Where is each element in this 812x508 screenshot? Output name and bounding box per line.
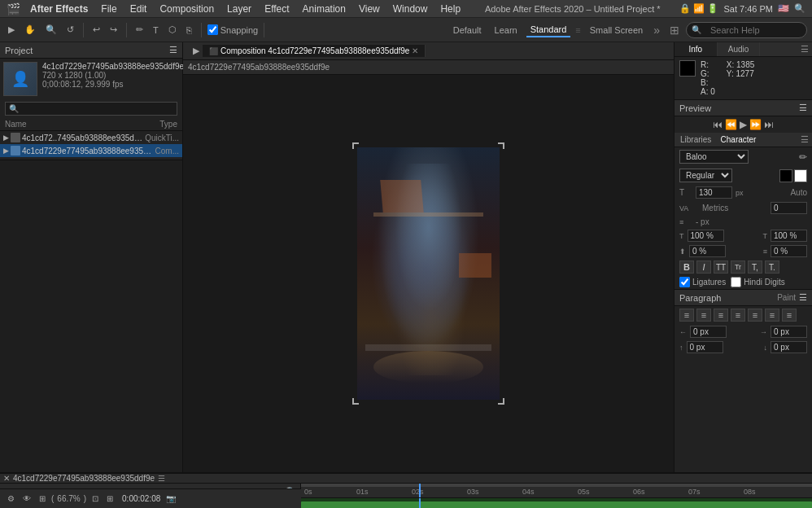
workspace-default[interactable]: Default [449,24,486,37]
font-size-input[interactable] [696,186,732,199]
align-center-btn[interactable]: ≡ [696,309,711,322]
font-style-select[interactable]: Regular [679,169,732,182]
composition-viewer[interactable] [183,75,674,472]
ruler-0s: 0s [304,488,312,496]
para-paint-tab[interactable]: Paint [777,293,796,302]
viewer-preview-btn[interactable]: 👁 [20,493,33,504]
align-left-btn[interactable]: ≡ [679,309,694,322]
tab-libraries[interactable]: Libraries [674,133,717,147]
tsume-input[interactable] [771,245,807,257]
baseline-input[interactable] [689,245,726,257]
viewer-settings-btn[interactable]: ⚙ [5,493,17,504]
file-item-2[interactable]: ▶ 4c1cd7229e77495ab93888ee935ddf9e Com..… [0,144,182,157]
comp-tab-main[interactable]: ⬛ Composition 4c1cd7229e77495ab93888ee93… [203,45,426,57]
menu-edit[interactable]: Edit [125,2,152,16]
menu-view[interactable]: View [354,2,385,16]
tool-pen[interactable]: ✏ [133,23,146,37]
bold-btn[interactable]: B [679,261,694,274]
menu-help[interactable]: Help [435,2,465,16]
small-caps-btn[interactable]: Tr [731,261,745,274]
playhead[interactable] [419,484,421,497]
tool-redo[interactable]: ↪ [107,23,120,37]
tool-shape[interactable]: ⬡ [165,23,180,37]
text-color-swatch[interactable] [779,169,792,182]
char-menu-icon[interactable]: ☰ [797,133,812,147]
playhead-bar [419,498,421,508]
preview-next-btn[interactable]: ⏩ [749,119,762,130]
search-help-input[interactable] [704,24,801,37]
all-caps-btn[interactable]: TT [714,261,728,274]
preview-first-btn[interactable]: ⏮ [713,119,723,130]
space-after-input[interactable] [771,341,807,353]
tracking-input[interactable] [771,202,807,214]
align-justify-center-btn[interactable]: ≡ [748,309,762,322]
tool-arrow[interactable]: ▶ [5,23,18,37]
right-panel: Info Audio ☰ R: G: B: A: 0 X: 1385 Y: 12… [674,42,812,472]
project-search-row [0,99,182,118]
font-size-row: T px Auto [674,185,812,200]
menu-file[interactable]: File [96,2,121,16]
align-right-btn[interactable]: ≡ [714,309,728,322]
viewer-grid-btn[interactable]: ⊞ [104,493,116,504]
font-family-select[interactable]: Baloo [679,150,749,164]
menu-window[interactable]: Window [388,2,433,16]
tool-text[interactable]: T [150,24,162,37]
tool-undo[interactable]: ↩ [89,23,103,37]
tab-info[interactable]: Info [674,42,718,56]
super-btn[interactable]: T, [748,261,762,274]
hindi-digits-checkbox[interactable] [731,277,741,287]
panel-menu-icon[interactable]: ☰ [797,42,812,56]
file-item-1[interactable]: ▶ 4c1cd72..7495ab93888ee935ddf9e.mov Qui… [0,131,182,144]
space-before-input[interactable] [687,341,723,353]
glitch-stripe-2 [365,344,491,351]
ligatures-checkbox[interactable] [679,277,690,287]
tab-character[interactable]: Character [717,133,759,147]
preview-play-btn[interactable]: ▶ [740,119,747,130]
font-color-swatches [779,169,807,182]
align-justify-all-btn[interactable]: ≡ [782,309,797,322]
scale-h-input[interactable] [688,230,724,242]
ruler-1s: 01s [356,488,369,496]
project-search-input[interactable] [5,102,177,116]
font-edit-icon[interactable]: ✏ [799,151,807,163]
comp-tab-close[interactable]: ✕ [412,46,418,55]
workspace-standard[interactable]: Standard [526,23,571,37]
para-menu-icon[interactable]: ☰ [799,292,807,303]
search-menubar-icon[interactable]: 🔍 [794,3,805,14]
menu-animation[interactable]: Animation [298,2,351,16]
workspace-learn[interactable]: Learn [491,24,522,37]
menu-after-effects[interactable]: After Effects [25,2,93,16]
comp-tabs: ▶ ⬛ Composition 4c1cd7229e77495ab93888ee… [183,42,674,60]
tool-zoom[interactable]: 🔍 [42,23,60,37]
menu-effect[interactable]: Effect [260,2,294,16]
indent-before-input[interactable] [690,326,727,338]
viewer-camera-btn[interactable]: 📷 [164,493,178,504]
tool-rotate[interactable]: ↺ [63,23,77,37]
stroke-color-swatch[interactable] [794,169,807,182]
ruler-3s: 03s [467,488,479,496]
italic-btn[interactable]: I [696,261,711,274]
zoom-fit-btn[interactable]: ⊡ [89,493,101,504]
scale-v-input[interactable] [771,230,807,242]
preview-last-btn[interactable]: ⏭ [764,119,774,130]
timeline-menu-icon[interactable]: ☰ [158,474,165,483]
preview-menu-icon[interactable]: ☰ [799,103,807,113]
font-size-unit: px [736,189,744,197]
menu-composition[interactable]: Composition [155,2,219,16]
workspace-small-screen[interactable]: Small Screen [586,24,647,37]
viewer-mode-btn[interactable]: ⊞ [37,493,48,504]
indent-after-input[interactable] [771,326,807,338]
toolbar: ▶ ✋ 🔍 ↺ ↩ ↪ ✏ T ⬡ ⎘ Snapping Default Lea… [0,18,812,42]
preview-prev-btn[interactable]: ⏪ [725,119,737,130]
tab-audio[interactable]: Audio [718,42,761,56]
timeline-close-btn[interactable]: ✕ [3,474,10,483]
font-style-row: Regular [674,166,812,185]
tool-hand[interactable]: ✋ [21,23,39,37]
snapping-checkbox[interactable] [207,24,218,35]
align-justify-right-btn[interactable]: ≡ [765,309,779,322]
sub-btn[interactable]: T. [765,261,779,274]
project-menu-icon[interactable]: ☰ [169,45,177,55]
align-justify-left-btn[interactable]: ≡ [731,309,745,322]
tool-clone[interactable]: ⎘ [183,24,195,37]
menu-layer[interactable]: Layer [222,2,256,16]
